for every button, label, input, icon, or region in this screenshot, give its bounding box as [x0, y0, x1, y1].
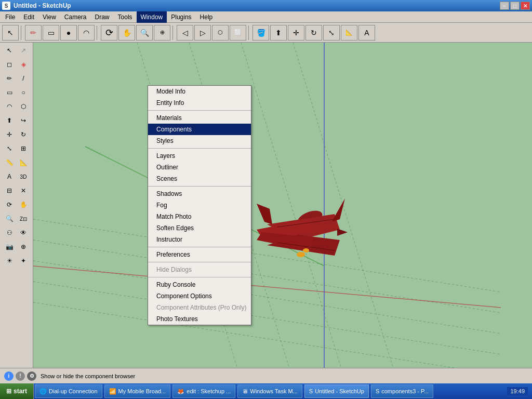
lt-move[interactable]: ✛ [3, 128, 16, 141]
lt-scale[interactable]: ⤡ [3, 142, 16, 155]
menu-item-shadows[interactable]: Shadows [148, 188, 251, 200]
toolbar-next-view[interactable]: ▷ [194, 25, 211, 41]
menu-help[interactable]: Help [196, 11, 217, 23]
lt-component-select[interactable]: ↗ [17, 44, 30, 57]
toolbar-rotate[interactable]: ↻ [305, 25, 322, 41]
toolbar-paint[interactable]: 🪣 [252, 25, 269, 41]
menu-item-materials[interactable]: Materials [148, 112, 251, 124]
lt-axes[interactable]: ✕ [17, 184, 30, 197]
toolbar-push-pull[interactable]: ⬆ [270, 25, 287, 41]
menu-item-ruby-console[interactable]: Ruby Console [148, 279, 251, 290]
toolbar-move[interactable]: ✛ [288, 25, 304, 41]
lt-line[interactable]: / [17, 72, 30, 85]
toolbar-rectangle[interactable]: ▭ [43, 25, 59, 41]
taskbar-item-1[interactable]: 🌐 Dial-up Connection [35, 384, 102, 398]
toolbar-perspective[interactable]: ⬜ [230, 25, 246, 41]
lt-paint[interactable]: ◈ [17, 58, 30, 71]
toolbar-standard-views[interactable]: ⬡ [212, 25, 229, 41]
lt-circle[interactable]: ○ [17, 86, 30, 99]
menu-item-component-options[interactable]: Component Options [148, 290, 251, 302]
lt-position-camera[interactable]: 📷 [3, 240, 16, 254]
menu-item-model-info[interactable]: Model Info [148, 86, 251, 97]
main-toolbar: ↖ ✏ ▭ ● ◠ ⟳ ✋ 🔍 ⊕ ◁ ▷ ⬡ ⬜ 🪣 ⬆ ✛ ↻ ⤡ 📐 A [0, 23, 532, 43]
lt-protractor[interactable]: 📐 [17, 156, 30, 169]
lt-follow-me[interactable]: ↪ [17, 114, 30, 127]
toolbar-prev-view[interactable]: ◁ [177, 25, 193, 41]
lt-eraser[interactable]: ◻ [3, 58, 16, 71]
menu-item-components[interactable]: Components [148, 124, 251, 135]
lt-star[interactable]: ✦ [17, 254, 30, 268]
taskbar-item-4[interactable]: 🖥 Windows Task M... [237, 384, 302, 398]
lt-tape-measure[interactable]: 📏 [3, 156, 16, 169]
lt-polygon[interactable]: ⬡ [17, 100, 30, 113]
lt-3d-text[interactable]: 3D [17, 170, 30, 183]
lt-zoom-window[interactable]: Z⊡ [17, 212, 30, 225]
menu-item-entity-info[interactable]: Entity Info [148, 97, 251, 109]
settings-icon[interactable]: ⚙ [27, 371, 36, 381]
taskbar-item-6[interactable]: S components3 - P... [371, 384, 433, 398]
lt-section-plane[interactable]: ⊟ [3, 184, 16, 197]
menu-item-preferences[interactable]: Preferences [148, 249, 251, 260]
menu-plugins[interactable]: Plugins [167, 11, 195, 23]
lt-select[interactable]: ↖ [3, 44, 16, 57]
taskbar-item-2[interactable]: 📶 My Mobile Broad... [104, 384, 171, 398]
menu-window[interactable]: Window [137, 11, 167, 23]
close-button[interactable]: ✕ [521, 2, 530, 10]
minimize-button[interactable]: − [500, 2, 509, 10]
menu-item-soften-edges[interactable]: Soften Edges [148, 222, 251, 234]
menu-item-photo-textures[interactable]: Photo Textures [148, 313, 251, 325]
menu-item-scenes[interactable]: Scenes [148, 173, 251, 184]
viewport-canvas[interactable]: Model Info Entity Info Materials Compone… [33, 43, 532, 368]
menu-item-fog[interactable]: Fog [148, 200, 251, 211]
lt-zoom[interactable]: 🔍 [3, 212, 16, 225]
lt-walk[interactable]: ⚇ [3, 226, 16, 240]
titlebar-buttons[interactable]: − □ ✕ [500, 2, 530, 10]
lt-sun[interactable]: ☀ [3, 254, 16, 268]
menu-edit[interactable]: Edit [19, 11, 38, 23]
menu-item-instructor[interactable]: Instructor [148, 234, 251, 245]
taskbar-item-5[interactable]: S Untitled - SketchUp [304, 384, 369, 398]
maximize-button[interactable]: □ [510, 2, 520, 10]
toolbar-orbit[interactable]: ⟳ [101, 25, 117, 41]
lt-push-pull[interactable]: ⬆ [3, 114, 16, 127]
lt-row-14: ⚇ 👁 [3, 226, 30, 240]
lt-text[interactable]: A [3, 170, 16, 183]
menu-camera[interactable]: Camera [60, 11, 91, 23]
menu-view[interactable]: View [38, 11, 60, 23]
lt-row-16: ☀ ✦ [3, 254, 30, 268]
start-button[interactable]: ⊞ start [0, 383, 34, 399]
lt-offset[interactable]: ⊞ [17, 142, 30, 155]
menu-tools[interactable]: Tools [114, 11, 137, 23]
lt-extra[interactable]: ⊕ [17, 240, 30, 254]
lt-rotate[interactable]: ↻ [17, 128, 30, 141]
toolbar-arc[interactable]: ◠ [78, 25, 95, 41]
menu-item-styles[interactable]: Styles [148, 135, 251, 147]
toolbar-pencil[interactable]: ✏ [25, 25, 42, 41]
toolbar-tape[interactable]: 📐 [341, 25, 357, 41]
lt-rectangle[interactable]: ▭ [3, 86, 16, 99]
lt-row-7: ✛ ↻ [3, 128, 30, 141]
toolbar-select[interactable]: ↖ [2, 25, 19, 41]
lt-pencil[interactable]: ✏ [3, 72, 16, 85]
taskbar-item-3[interactable]: 🦊 edit : Sketchup ... [172, 384, 235, 398]
lt-row-10: A 3D [3, 170, 30, 183]
lt-look-around[interactable]: 👁 [17, 226, 30, 240]
menu-draw[interactable]: Draw [91, 11, 114, 23]
toolbar-scale[interactable]: ⤡ [323, 25, 340, 41]
info-icon[interactable]: i [4, 371, 14, 381]
lt-arc[interactable]: ◠ [3, 100, 16, 113]
status-message: Show or hide the component browser [41, 373, 135, 379]
toolbar-pan[interactable]: ✋ [118, 25, 135, 41]
toolbar-text[interactable]: A [358, 25, 375, 41]
warning-icon[interactable]: ! [16, 371, 25, 381]
menu-file[interactable]: File [1, 11, 19, 23]
lt-row-6: ⬆ ↪ [3, 114, 30, 127]
toolbar-zoom-extent[interactable]: ⊕ [154, 25, 170, 41]
menu-item-layers[interactable]: Layers [148, 150, 251, 162]
lt-orbit[interactable]: ⟳ [3, 198, 16, 211]
toolbar-circle[interactable]: ● [60, 25, 77, 41]
toolbar-zoom[interactable]: 🔍 [136, 25, 153, 41]
lt-pan[interactable]: ✋ [17, 198, 30, 211]
menu-item-match-photo[interactable]: Match Photo [148, 211, 251, 222]
menu-item-outliner[interactable]: Outliner [148, 162, 251, 173]
